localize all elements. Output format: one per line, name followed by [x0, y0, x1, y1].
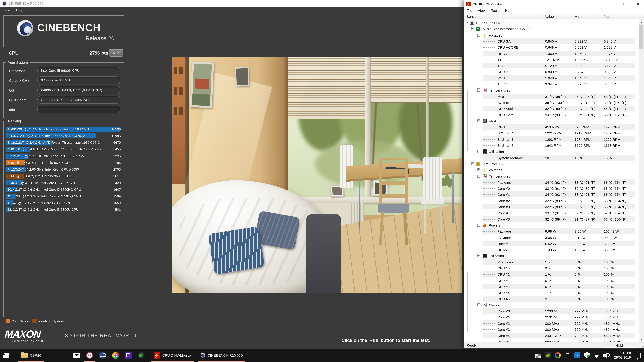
sensor-row-voltages[interactable]: +Voltages [464, 167, 639, 173]
tree-expander[interactable]: − [477, 174, 480, 177]
column-header[interactable]: Sensor Value Min Max [464, 13, 644, 19]
system-field-value-os[interactable]: Windows 10, 64 Bit, Core (build 18362) [37, 86, 120, 94]
ranking-row[interactable]: 6. 6C @ 3.7 GHz, Intel Core i5-9600K CPU… [4, 160, 124, 166]
taskbar-item-chrome[interactable] [109, 349, 122, 362]
col-max[interactable]: Max [604, 14, 610, 18]
sensor-row-cpu-4[interactable]: CPU #41 %0 %100 % [464, 290, 639, 296]
sensor-row-clocks[interactable]: −∿Clocks [464, 302, 639, 308]
sensor-row-utilization[interactable]: −Utilization [464, 149, 639, 155]
ranking-row[interactable]: 13. 2C/4T @ 2.3 GHz, Intel Core i5-5300U… [4, 206, 124, 213]
sensor-row-sys-fan-3[interactable]: SYS fan 31293 RPM1274 RPM1299 RPM [464, 136, 639, 142]
sensor-row-pch[interactable]: PCH1.048 V1.048 V1.048 V [464, 75, 639, 81]
defender-icon[interactable] [584, 352, 590, 358]
sensor-row-cpu[interactable]: CPU413 RPM396 RPM1220 RPM [464, 124, 639, 130]
sensor-row-cpu-socket[interactable]: CPU Socket32 °C (89 °F)32 °C (89 °F)45 °… [464, 106, 639, 112]
nvidia-icon[interactable] [545, 352, 551, 358]
menu-view[interactable]: View [478, 8, 486, 12]
ranking-row[interactable]: 1. 48C/96T @ 2.7 GHz, Intel Xeon Platinu… [4, 126, 124, 133]
taskbar-item-mail[interactable] [70, 349, 83, 362]
sensor-row--12v[interactable]: +12V12.192 V12.096 V12.192 V [464, 57, 639, 63]
sensor-row-utilization[interactable]: −Utilization [464, 253, 639, 259]
sensor-row-core-1[interactable]: Core #134 °C (93 °F)33 °C (91 °F)68 °C (… [464, 192, 639, 198]
sensor-row-powers[interactable]: −Powers [464, 222, 639, 228]
sensor-row-sys-fan-4[interactable]: SYS fan 41221 RPM1217 RPM1259 RPM [464, 130, 639, 136]
ranking-row[interactable]: 9. 4C/8T @ 4.2 GHz, Intel Core i7-7700K … [4, 180, 124, 186]
sensor-row-cpu-core[interactable]: CPU Core34 °C (93 °F)33 °C (91 °F)68 °C … [464, 112, 639, 118]
ranking-row[interactable]: 11. 4C/8T @ 2.3 GHz, Intel Core i7-4850H… [4, 193, 124, 200]
ranking-row[interactable]: 4. 8C/16T @ 3.4 GHz, AMD Ryzen 7 1700X E… [4, 146, 124, 153]
sensor-row-cpu-2[interactable]: CPU #20 %0 %100 % [464, 277, 639, 283]
ranking-row[interactable]: 10. 4C/8T @ 2.6 GHz, Intel Core i7-6700H… [4, 186, 124, 193]
volume-icon[interactable] [604, 352, 610, 358]
sensor-row-core-5[interactable]: Core #532 °C (89 °F)31 °C (87 °F)66 °C (… [464, 216, 639, 222]
system-field-value-processor[interactable]: Intel Core i5-9600K CPU [37, 67, 120, 74]
tree-expander[interactable]: − [477, 33, 480, 36]
taskbar-item-snipping-tool[interactable]: ✂ [83, 349, 96, 362]
taskbar-item-steam[interactable] [96, 349, 109, 362]
sensor-row-core-4[interactable]: Core #433 °C (91 °F)32 °C (89 °F)67 °C (… [464, 210, 639, 216]
sensor-row--5v[interactable]: +5V5.120 V5.080 V5.120 V [464, 63, 639, 69]
usb-icon[interactable] [566, 353, 569, 358]
col-value[interactable]: Value [545, 14, 554, 18]
tree-expander[interactable]: − [477, 224, 480, 227]
ranking-row[interactable]: 5. 12C/24T @ 2.7 GHz, Intel Xeon CPU E5-… [4, 153, 124, 160]
tray-monitor-icon[interactable] [535, 354, 541, 358]
sensor-row-ia-cores[interactable]: IA Cores3.05 W0.12 W99.90 W [464, 234, 639, 241]
sensor-row-temperatures[interactable]: −Temperatures [464, 173, 639, 179]
tree-expander[interactable]: − [477, 303, 480, 306]
sensor-row-temperatures[interactable]: −Temperatures [464, 87, 639, 93]
sensor-row-cpu-5[interactable]: CPU #53 %0 %100 % [464, 296, 639, 302]
sensor-row-core-2[interactable]: Core #232 °C (89 °F)30 °C (86 °F)68 °C (… [464, 198, 639, 204]
minimize-button[interactable]: ─ [606, 0, 617, 8]
menu-help[interactable]: Help [16, 8, 23, 12]
sensor-row-package[interactable]: Package9.68 W3.90 W106.43 W [464, 228, 639, 234]
menu-help[interactable]: Help [505, 8, 512, 12]
sensor-row-sys-fan-5[interactable]: SYS fan 51642 RPM1609 RPM1668 RPM [464, 142, 639, 148]
sensor-row-cpu-0[interactable]: CPU #09 %0 %100 % [464, 265, 639, 271]
resize-grip[interactable] [639, 344, 644, 348]
sensor-row-core-3[interactable]: Core #3800 MHz799 MHz4804 MHz [464, 327, 639, 333]
maximize-button[interactable]: ☐ [619, 0, 630, 8]
taskbar-clock[interactable]: 18:00 29/08/2019 [614, 351, 631, 360]
sensor-row-core-0[interactable]: Core #033 °C (91 °F)32 °C (89 °F)68 °C (… [464, 185, 639, 191]
tree-expander[interactable]: − [477, 89, 480, 92]
tree-expander[interactable]: + [477, 168, 480, 171]
sensor-row-micro-star-international-co-lt-[interactable]: −Micro-Star International Co. Lt... [464, 26, 639, 32]
color-ring-icon[interactable] [555, 352, 561, 358]
close-button[interactable]: ✕ [632, 0, 644, 8]
tree-expander[interactable]: − [477, 150, 480, 153]
system-field-value-info[interactable] [37, 106, 120, 113]
sensor-row-core-5[interactable]: Core #5800 MHz799 MHz4804 MHz [464, 339, 639, 342]
tree-expander[interactable]: − [477, 254, 480, 257]
taskbar-item-cpu-z[interactable] [122, 349, 135, 362]
taskbar-item-hwmonitor[interactable]: ⚡CPUID HWMonitor [150, 349, 195, 362]
system-field-value-cores-x-ghz[interactable]: 6 Cores @ 3.7 GHz [37, 76, 120, 84]
tree-expander[interactable]: − [466, 21, 469, 24]
sensor-row-core-1[interactable]: Core #12101 MHz799 MHz4804 MHz [464, 314, 639, 320]
sensor-row-cpu-3[interactable]: CPU #30 %0 %100 % [464, 284, 639, 290]
sensor-row-core-4[interactable]: Core #42401 MHz799 MHz4804 MHz [464, 333, 639, 339]
wifi-icon[interactable] [594, 352, 600, 358]
col-min[interactable]: Min [574, 14, 580, 18]
sensor-row-cpu-vcore[interactable]: CPU VCORE0.648 V0.592 V1.288 V [464, 44, 639, 50]
scroll-down-arrow[interactable]: ▼ [639, 337, 644, 342]
taskbar-item-start[interactable] [0, 349, 12, 362]
sensor-row-fans[interactable]: −Fans [464, 118, 639, 124]
sensor-row-desktop-bn7i9c2[interactable]: −DESKTOP-BN7I9C2 [464, 20, 639, 26]
ranking-row[interactable]: 7. 12C/24T @ 2.66 GHz, Intel Xeon CPU X5… [4, 166, 124, 173]
ranking-row[interactable]: 3. 16C/32T @ 3.4 GHz, AMD Ryzen Threadri… [4, 139, 124, 146]
scroll-thumb[interactable] [639, 25, 643, 49]
taskbar-item-msi-afterburner[interactable] [135, 349, 148, 362]
sensor-row-dram[interactable]: DRAM1.39 W1.38 W3.25 W [464, 247, 639, 253]
sensor-row-system[interactable]: System38 °C (100 °F)38 °C (100 °F)39 °C … [464, 99, 639, 106]
ranking-row[interactable]: 8. 6C @ 3.7 GHz, Intel Core i5-9600K CPU… [4, 173, 124, 180]
action-center-icon[interactable] [635, 353, 641, 358]
scroll-up-arrow[interactable]: ▲ [639, 19, 644, 24]
taskbar-item-cinebench[interactable]: CINEBENCH R20.060 [198, 349, 246, 362]
sensor-row-intel-core-i5-9600k[interactable]: −Intel Core i5 9600K [464, 161, 639, 167]
sensor-row-cpu-sa[interactable]: CPU SA0.840 V0.832 V0.840 V [464, 38, 639, 44]
tree-expander[interactable]: − [471, 27, 474, 30]
col-sensor[interactable]: Sensor [466, 14, 478, 18]
sensor-row-voltages[interactable]: −Voltages [464, 32, 639, 38]
menu-file[interactable]: File [4, 8, 10, 12]
